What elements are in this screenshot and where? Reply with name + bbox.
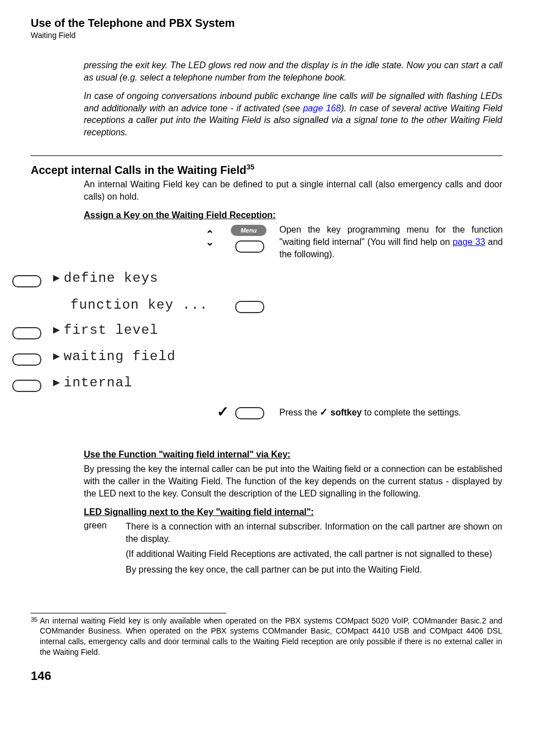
lcd-define-keys: ▶define keys [53, 271, 158, 286]
open-programming-text: Open the key programming menu for the fu… [279, 224, 503, 260]
softkey-button-menu[interactable] [235, 240, 264, 253]
press-softkey-text: Press the ✓ softkey to complete the sett… [279, 406, 461, 418]
triangle-icon: ▶ [53, 377, 60, 389]
press-bold: softkey [328, 408, 361, 417]
footnote-35: 35 An internal waiting Field key is only… [31, 616, 502, 658]
nav-up-down-icon: ⌃ ⌄ [206, 230, 214, 246]
footnote-text: An internal waiting Field key is only av… [40, 616, 502, 658]
lcd-internal-text: internal [64, 375, 132, 390]
softkey-button-4[interactable] [12, 380, 41, 392]
led-signalling-heading: LED Signalling next to the Key "waiting … [84, 507, 502, 517]
softkey-button-function[interactable] [235, 301, 264, 313]
press-tick-icon: ✓ [320, 407, 328, 418]
section-lead: An internal Waiting Field key can be def… [84, 178, 502, 202]
triangle-icon: ▶ [53, 351, 60, 362]
led-row-green: green There is a connection with an inte… [84, 521, 502, 579]
intro-paragraph-1: pressing the exit key. The LED glows red… [84, 59, 502, 83]
lcd-function-key: function key ... [70, 297, 208, 313]
lcd-waiting-field: ▶waiting field [53, 349, 175, 364]
menu-button-label: Menu [231, 225, 266, 236]
intro-paragraph-2: In case of ongoing conversations inbound… [84, 90, 502, 138]
key-assignment-diagram: Menu ⌃ ⌄ Open the key programming menu f… [0, 224, 502, 442]
section-divider [31, 155, 502, 156]
assign-key-heading: Assign a Key on the Waiting Field Recept… [84, 210, 502, 220]
led-desc-green: There is a connection with an internal s… [126, 521, 502, 579]
use-function-heading: Use the Function "waiting field internal… [84, 450, 502, 460]
softkey-button-1[interactable] [12, 275, 41, 287]
footnote-rule [31, 613, 226, 613]
section-heading: Accept internal Calls in the Waiting Fie… [31, 163, 502, 177]
lcd-first-level-text: first level [64, 323, 158, 338]
press-before: Press the [279, 408, 320, 417]
footnote-number: 35 [31, 616, 37, 658]
lcd-function-key-text: function key ... [70, 297, 208, 313]
lcd-internal: ▶internal [53, 375, 132, 390]
page-header-subtitle: Waiting Field [31, 31, 502, 40]
use-function-body: By pressing the key the internal caller … [84, 463, 502, 499]
triangle-icon: ▶ [53, 273, 60, 284]
triangle-icon: ▶ [53, 325, 60, 336]
page-header-title: Use of the Telephone and PBX System [31, 17, 502, 30]
section-heading-text: Accept internal Calls in the Waiting Fie… [31, 163, 246, 176]
link-page-168[interactable]: page 168 [303, 103, 341, 113]
led-desc-p3: By pressing the key once, the call partn… [126, 564, 502, 576]
checkmark-icon: ✓ [217, 403, 229, 420]
led-label-green: green [84, 521, 126, 579]
led-desc-p2: (If additional Waiting Field Receptions … [126, 548, 502, 560]
softkey-button-confirm[interactable] [235, 407, 264, 419]
led-desc-p1: There is a connection with an internal s… [126, 521, 502, 545]
softkey-button-3[interactable] [12, 353, 41, 366]
softkey-button-2[interactable] [12, 327, 41, 339]
page-number: 146 [31, 669, 502, 683]
press-after: to complete the settings. [362, 408, 461, 417]
link-page-33[interactable]: page 33 [453, 237, 485, 247]
lcd-waiting-field-text: waiting field [64, 349, 175, 364]
section-heading-footnote-ref: 35 [246, 163, 254, 171]
lcd-first-level: ▶first level [53, 323, 158, 338]
lcd-define-keys-text: define keys [64, 271, 158, 286]
